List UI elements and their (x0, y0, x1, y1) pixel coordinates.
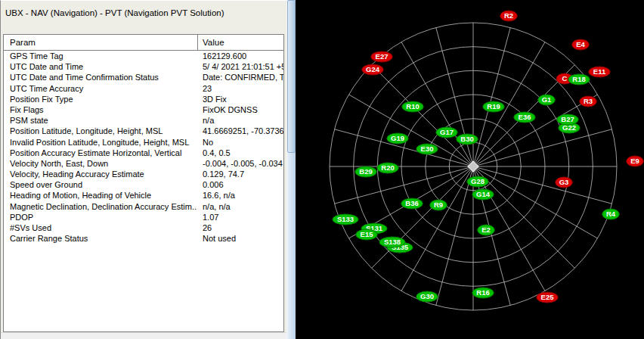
table-row[interactable]: Magnetic Declination, Declination Accura… (4, 201, 283, 212)
param-cell: #SVs Used (4, 222, 197, 233)
param-cell: PDOP (4, 212, 197, 222)
value-cell: n/a (197, 115, 283, 126)
value-cell: No (197, 137, 283, 148)
value-cell: n/a, n/a (197, 201, 283, 212)
value-cell: -0.004, -0.005, -0.034 (197, 158, 283, 169)
nav-pvt-message-panel: UBX - NAV (Navigation) - PVT (Navigation… (0, 0, 286, 339)
table-row[interactable]: Position Latitude, Longitude, Height, MS… (4, 126, 283, 136)
satellite-label: G24 (366, 65, 380, 73)
value-cell: 16.6, n/a (197, 190, 283, 201)
table-row[interactable]: Carrier Range StatusNot used (4, 233, 283, 244)
table-row[interactable]: #SVs Used26 (4, 222, 283, 233)
table-row[interactable]: Velocity North, East, Down-0.004, -0.005… (4, 158, 283, 169)
satellite-E30: E30 (416, 144, 438, 154)
table-row[interactable]: GPS Time Tag162129.600 (4, 51, 283, 61)
value-cell: 3D Fix (197, 94, 283, 104)
satellite-G19: G19 (387, 133, 408, 144)
param-cell: Velocity North, East, Down (4, 158, 197, 169)
value-cell: 1.07 (197, 212, 283, 222)
value-cell: 41.6669251, -70.373673 (197, 126, 283, 136)
table-row[interactable]: UTC Date and Time5/ 4/ 2021 21:01:51 +5 (4, 61, 283, 72)
table-header: Param Value (4, 35, 283, 51)
param-cell: Speed over Ground (4, 179, 197, 190)
value-cell: 26 (197, 222, 283, 233)
satellite-label: R3 (584, 97, 593, 105)
satellite-label: E2 (481, 225, 491, 234)
scrollbar-thumb[interactable] (287, 0, 296, 153)
table-row[interactable]: Position Accuracy Estimate Horizontal, V… (4, 148, 283, 158)
satellite-label: R19 (487, 102, 500, 110)
table-row[interactable]: Speed over Ground0.006 (4, 179, 283, 190)
satellite-G1: G1 (538, 95, 556, 105)
satellite-B27: B27 (557, 114, 578, 125)
column-header-value[interactable]: Value (197, 35, 283, 50)
satellite-label: C (562, 74, 568, 82)
table-row[interactable]: UTC Time Accuracy23 (4, 83, 283, 94)
table-row[interactable]: Heading of Motion, Heading of Vehicle16.… (4, 190, 283, 201)
satellite-B29: B29 (355, 166, 376, 177)
params-table: Param Value GPS Time Tag162129.600UTC Da… (3, 34, 284, 332)
azimuth-line (372, 166, 473, 268)
vertical-scrollbar[interactable] (286, 0, 296, 339)
table-body: GPS Time Tag162129.600UTC Date and Time5… (4, 51, 283, 331)
satellite-label: E11 (593, 67, 606, 76)
value-cell: 0.006 (197, 179, 283, 190)
message-title: UBX - NAV (Navigation) - PVT (Navigation… (5, 8, 224, 17)
panel-bottom-strip (1, 332, 287, 339)
param-cell: Position Fix Type (4, 94, 197, 104)
param-cell: GPS Time Tag (4, 51, 197, 61)
satellite-label: G19 (391, 134, 404, 142)
value-cell: 0.129, 74.7 (197, 169, 283, 179)
satellite-B36: B36 (401, 198, 423, 209)
azimuth-line (401, 166, 473, 291)
value-cell: Not used (197, 233, 283, 244)
satellite-R16: R16 (472, 288, 494, 298)
satellite-E2: E2 (478, 225, 495, 235)
satellite-label: G14 (476, 190, 491, 198)
satellite-label: B36 (405, 199, 418, 207)
value-cell: FixOK DGNSS (197, 104, 283, 115)
param-cell: Heading of Motion, Heading of Vehicle (4, 190, 197, 201)
satellite-S138: S138 (379, 237, 405, 247)
satellite-label: E30 (421, 145, 434, 153)
satellite-R19: R19 (483, 101, 504, 112)
table-row[interactable]: Velocity, Heading Accuracy Estimate0.129… (4, 169, 283, 179)
satellite-label: G3 (559, 178, 569, 186)
param-cell: Velocity, Heading Accuracy Estimate (4, 169, 197, 179)
param-cell: PSM state (4, 115, 197, 126)
table-row[interactable]: Invalid Position Latitude, Longitude, He… (4, 137, 283, 148)
satellite-G30: G30 (416, 291, 438, 302)
table-row[interactable]: Fix FlagsFixOK DGNSS (4, 104, 283, 115)
satellite-label: E36 (519, 113, 531, 121)
satellite-R10: R10 (402, 101, 423, 112)
sky-plot-svg: R2E4E27G24E11CR18R3G1R19R10E36G22B27G17B… (296, 0, 644, 339)
column-header-param[interactable]: Param (4, 38, 197, 47)
param-cell: UTC Time Accuracy (4, 83, 197, 94)
satellite-E11: E11 (589, 67, 610, 77)
satellite-G28: G28 (467, 176, 488, 187)
satellite-label: B29 (359, 167, 372, 176)
satellite-label: G30 (420, 292, 434, 300)
satellite-label: B27 (561, 115, 574, 123)
param-cell: Carrier Range Status (4, 233, 197, 244)
table-row[interactable]: UTC Date and Time Confirmation StatusDat… (4, 72, 283, 82)
satellite-R9: R9 (430, 200, 447, 210)
satellite-R2: R2 (500, 11, 518, 21)
satellite-R3: R3 (580, 96, 597, 107)
value-cell: 0.4, 0.5 (197, 148, 283, 158)
param-cell: Invalid Position Latitude, Longitude, He… (4, 137, 197, 148)
satellite-E36: E36 (514, 112, 535, 123)
satellite-G24: G24 (362, 64, 383, 75)
satellite-G14: G14 (472, 189, 494, 200)
satellite-E4: E4 (572, 39, 590, 50)
table-row[interactable]: Position Fix Type3D Fix (4, 94, 283, 104)
satellite-R20: R20 (377, 163, 398, 173)
param-cell: UTC Date and Time Confirmation Status (4, 72, 197, 82)
table-row[interactable]: PDOP1.07 (4, 212, 283, 222)
value-cell: 23 (197, 83, 283, 94)
table-row[interactable]: PSM staten/a (4, 115, 283, 126)
satellite-R18: R18 (568, 74, 590, 85)
value-cell: 5/ 4/ 2021 21:01:51 +5 (197, 61, 283, 72)
satellite-label: R18 (572, 75, 585, 83)
satellite-label: R4 (606, 210, 616, 218)
